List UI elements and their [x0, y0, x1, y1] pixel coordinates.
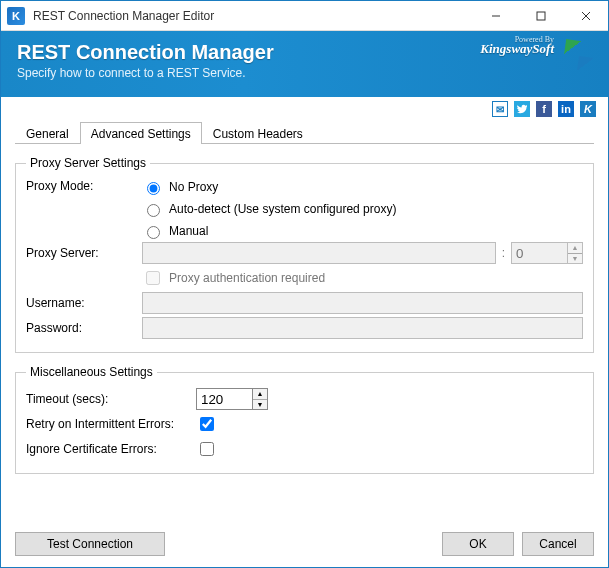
retry-label: Retry on Intermittent Errors:	[26, 417, 196, 431]
close-button[interactable]	[563, 1, 608, 31]
close-icon	[581, 11, 591, 21]
tab-advanced-settings[interactable]: Advanced Settings	[80, 122, 202, 144]
password-label: Password:	[26, 321, 142, 335]
misc-group-legend: Miscellaneous Settings	[26, 365, 157, 379]
proxy-port-down-icon[interactable]: ▼	[568, 254, 582, 264]
kingswaysoft-icon[interactable]: K	[580, 101, 596, 117]
proxy-server-input[interactable]	[142, 242, 496, 264]
retry-checkbox[interactable]	[200, 417, 214, 431]
brand-logo: Powered By KingswaySoft	[480, 41, 554, 57]
minimize-button[interactable]	[473, 1, 518, 31]
proxy-port-separator: :	[502, 246, 505, 260]
maximize-icon	[536, 11, 546, 21]
proxy-mode-no-proxy[interactable]: No Proxy	[142, 179, 396, 195]
linkedin-icon[interactable]: in	[558, 101, 574, 117]
proxy-mode-no-proxy-label: No Proxy	[169, 180, 218, 194]
facebook-icon[interactable]: f	[536, 101, 552, 117]
timeout-down-icon[interactable]: ▼	[253, 400, 267, 410]
banner-subtitle: Specify how to connect to a REST Service…	[17, 66, 592, 80]
proxy-auth-required-label: Proxy authentication required	[169, 271, 325, 285]
proxy-group-legend: Proxy Server Settings	[26, 156, 150, 170]
proxy-server-settings-group: Proxy Server Settings Proxy Mode: No Pro…	[15, 156, 594, 353]
proxy-mode-manual[interactable]: Manual	[142, 223, 396, 239]
timeout-up-icon[interactable]: ▲	[253, 389, 267, 400]
username-label: Username:	[26, 296, 142, 310]
proxy-mode-auto-radio[interactable]	[147, 204, 160, 217]
window: K REST Connection Manager Editor REST Co…	[0, 0, 609, 568]
minimize-icon	[491, 11, 501, 21]
mail-icon[interactable]: ✉	[492, 101, 508, 117]
social-row: ✉ f in K	[1, 97, 608, 119]
proxy-port-stepper[interactable]: ▲ ▼	[511, 242, 583, 264]
test-connection-button[interactable]: Test Connection	[15, 532, 165, 556]
powered-by-label: Powered By	[515, 35, 554, 44]
proxy-server-label: Proxy Server:	[26, 246, 142, 260]
proxy-port-input[interactable]	[511, 242, 567, 264]
proxy-auth-required-checkbox[interactable]	[146, 271, 160, 285]
tab-general[interactable]: General	[15, 122, 80, 144]
username-input[interactable]	[142, 292, 583, 314]
titlebar: K REST Connection Manager Editor	[1, 1, 608, 31]
svg-rect-1	[537, 12, 545, 20]
app-icon: K	[7, 7, 25, 25]
tabs: General Advanced Settings Custom Headers	[15, 121, 594, 144]
window-controls	[473, 1, 608, 31]
proxy-port-up-icon[interactable]: ▲	[568, 243, 582, 254]
ignore-cert-checkbox[interactable]	[200, 442, 214, 456]
footer: Test Connection OK Cancel	[1, 521, 608, 567]
ignore-cert-label: Ignore Certificate Errors:	[26, 442, 196, 456]
banner: REST Connection Manager Specify how to c…	[1, 31, 608, 97]
proxy-mode-label: Proxy Mode:	[26, 179, 142, 193]
cancel-button[interactable]: Cancel	[522, 532, 594, 556]
proxy-mode-auto-label: Auto-detect (Use system configured proxy…	[169, 202, 396, 216]
window-title: REST Connection Manager Editor	[33, 9, 473, 23]
password-input[interactable]	[142, 317, 583, 339]
proxy-mode-manual-label: Manual	[169, 224, 208, 238]
ok-button[interactable]: OK	[442, 532, 514, 556]
maximize-button[interactable]	[518, 1, 563, 31]
twitter-icon[interactable]	[514, 101, 530, 117]
proxy-mode-auto[interactable]: Auto-detect (Use system configured proxy…	[142, 201, 396, 217]
timeout-stepper[interactable]: ▲ ▼	[196, 388, 268, 410]
proxy-mode-no-proxy-radio[interactable]	[147, 182, 160, 195]
proxy-auth-required[interactable]: Proxy authentication required	[142, 268, 325, 288]
miscellaneous-settings-group: Miscellaneous Settings Timeout (secs): ▲…	[15, 365, 594, 474]
brand-cube-icon	[562, 39, 596, 73]
tab-custom-headers[interactable]: Custom Headers	[202, 122, 314, 144]
timeout-label: Timeout (secs):	[26, 392, 196, 406]
timeout-input[interactable]	[196, 388, 252, 410]
proxy-mode-manual-radio[interactable]	[147, 226, 160, 239]
